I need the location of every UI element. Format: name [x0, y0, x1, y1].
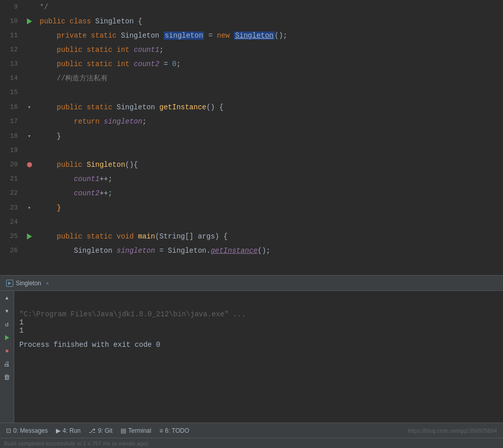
- status-tab-label: 0: Messages: [13, 427, 48, 434]
- code-line: 18▾ }: [0, 129, 503, 143]
- line-code: Singleton singleton = Singleton.getInsta…: [36, 244, 503, 258]
- line-gutter: [23, 71, 36, 85]
- run-sidebar: 🖨 🗑: [0, 291, 14, 423]
- run-panel-tabbar: Singleton ×: [0, 276, 503, 291]
- run-content: 🖨 🗑 "C:\Program Files\Java\jdk1.8.0_212\…: [0, 291, 503, 423]
- build-status-text: Build completed successfully in 1 s 757 …: [4, 440, 148, 446]
- line-code: return singleton;: [36, 114, 503, 129]
- code-line: 23▾ }: [0, 200, 503, 215]
- line-code: [36, 85, 503, 100]
- run-output-line: 1: [19, 318, 498, 326]
- line-number: 25: [0, 229, 23, 244]
- run-icon: [5, 335, 9, 340]
- line-gutter: ▾: [23, 200, 36, 215]
- arrow-down-icon: [5, 308, 8, 315]
- line-number: 9: [0, 0, 23, 14]
- code-line: 22 count2++;: [0, 186, 503, 200]
- stop-button[interactable]: [2, 346, 12, 356]
- line-gutter: [23, 172, 36, 186]
- fold-icon[interactable]: ▾: [27, 201, 31, 215]
- line-number: 13: [0, 57, 23, 71]
- line-gutter: ▾: [23, 100, 36, 114]
- line-gutter: [23, 0, 36, 14]
- line-number: 11: [0, 28, 23, 43]
- status-tab-terminal[interactable]: ▤Terminal: [116, 423, 155, 438]
- line-code: count2++;: [36, 186, 503, 200]
- status-tab-icon: ≡: [159, 427, 163, 434]
- line-number: 23: [0, 200, 23, 215]
- line-code: public Singleton(){: [36, 158, 503, 172]
- code-line: 17 return singleton;: [0, 114, 503, 129]
- status-tab-4:-run[interactable]: ▶4: Run: [52, 423, 84, 438]
- stop-icon: [5, 347, 8, 354]
- line-number: 12: [0, 43, 23, 57]
- run-up-button[interactable]: [2, 293, 12, 303]
- code-line: 10public class Singleton {: [0, 14, 503, 28]
- run-tab-close-button[interactable]: ×: [46, 280, 49, 286]
- code-line: 25 public static void main(String[] args…: [0, 229, 503, 244]
- build-status-bar: Build completed successfully in 1 s 757 …: [0, 438, 503, 448]
- run-exit-line: Process finished with exit code 0: [19, 341, 498, 349]
- line-number: 22: [0, 186, 23, 200]
- status-tab-6:-todo[interactable]: ≡6: TODO: [155, 423, 193, 438]
- line-number: 26: [0, 244, 23, 258]
- code-line: 15: [0, 85, 503, 100]
- line-code: public static void main(String[] args) {: [36, 229, 503, 244]
- line-number: 24: [0, 215, 23, 229]
- status-tab-icon: ▶: [56, 427, 61, 434]
- code-line: 26 Singleton singleton = Singleton.getIn…: [0, 244, 503, 258]
- line-number: 20: [0, 158, 23, 172]
- line-code: //构造方法私有: [36, 71, 503, 85]
- line-number: 10: [0, 14, 23, 28]
- line-code: count1++;: [36, 172, 503, 186]
- code-line: 14 //构造方法私有: [0, 71, 503, 85]
- code-line: 24: [0, 215, 503, 229]
- rerun-button[interactable]: [2, 319, 12, 330]
- line-code: public class Singleton {: [36, 14, 503, 28]
- code-line: 16▾ public static Singleton getInstance(…: [0, 100, 503, 114]
- line-number: 17: [0, 114, 23, 129]
- line-code: public static int count1;: [36, 43, 503, 57]
- line-code: }: [36, 200, 503, 215]
- print-button[interactable]: 🖨: [2, 359, 12, 369]
- line-number: 14: [0, 71, 23, 85]
- run-down-button[interactable]: [2, 306, 12, 316]
- breakpoint-icon[interactable]: [27, 162, 32, 167]
- fold-icon[interactable]: ▾: [27, 129, 31, 143]
- status-tab-label: 9: Git: [98, 427, 112, 434]
- run-gutter-icon[interactable]: [27, 18, 32, 24]
- line-gutter: [23, 244, 36, 258]
- run-gutter-icon[interactable]: [27, 233, 32, 240]
- status-tab-9:-git[interactable]: ⎇9: Git: [84, 423, 116, 438]
- clear-button[interactable]: 🗑: [2, 372, 12, 382]
- line-number: 16: [0, 100, 23, 114]
- arrow-up-icon: [5, 294, 8, 302]
- status-tab-0:-messages[interactable]: ⊡0: Messages: [2, 423, 52, 438]
- code-line: 9*/: [0, 0, 503, 14]
- status-url: https://blog.csdn.net/qq1350975694: [408, 428, 501, 434]
- line-gutter: [23, 43, 36, 57]
- line-code: [36, 143, 503, 158]
- line-code: }: [36, 129, 503, 143]
- line-gutter: [23, 14, 36, 28]
- line-gutter: [23, 229, 36, 244]
- rerun-icon: [5, 320, 9, 328]
- line-code: private static Singleton singleton = new…: [36, 28, 503, 43]
- status-bar: ⊡0: Messages▶4: Run⎇9: Git▤Terminal≡6: T…: [0, 423, 503, 438]
- fold-icon[interactable]: ▾: [27, 100, 31, 114]
- line-gutter: [23, 28, 36, 43]
- run-tab[interactable]: Singleton ×: [2, 280, 53, 287]
- status-tab-label: 4: Run: [63, 427, 80, 434]
- status-tab-icon: ⎇: [88, 427, 96, 434]
- run-output: "C:\Program Files\Java\jdk1.8.0_212\bin\…: [14, 291, 503, 423]
- line-gutter: [23, 57, 36, 71]
- status-tab-label: Terminal: [128, 427, 151, 434]
- code-line: 21 count1++;: [0, 172, 503, 186]
- status-tab-icon: ⊡: [6, 427, 11, 434]
- code-line: 19: [0, 143, 503, 158]
- code-line: 20 public Singleton(){: [0, 158, 503, 172]
- line-code: public static Singleton getInstance() {: [36, 100, 503, 114]
- run-button[interactable]: [2, 333, 12, 343]
- code-editor: 9*/10public class Singleton {11 private …: [0, 0, 503, 275]
- run-cmd-line: "C:\Program Files\Java\jdk1.8.0_212\bin\…: [19, 310, 498, 318]
